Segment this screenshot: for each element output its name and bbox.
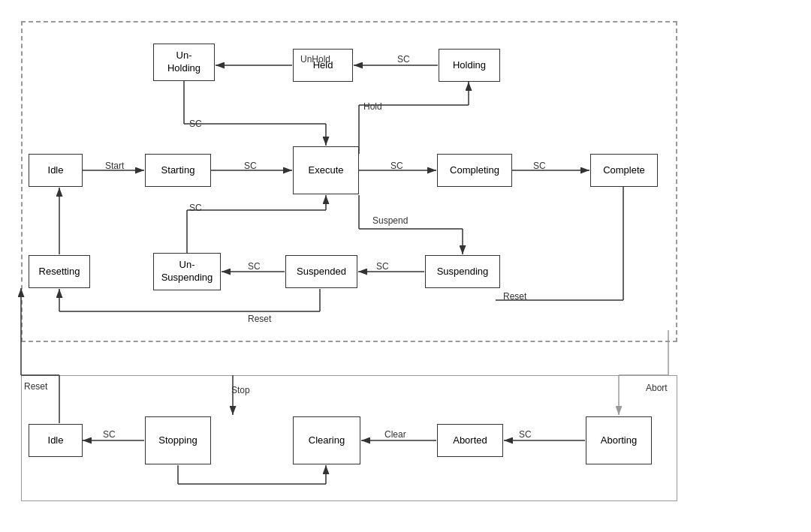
label-hold: Hold [363,101,382,112]
label-sc-completing-complete: SC [533,161,546,171]
state-unholding: Un-Holding [153,44,215,81]
state-execute: Execute [293,146,359,194]
label-clear: Clear [384,429,406,440]
state-completing: Completing [437,154,512,187]
state-diagram: Idle Starting Execute Completing Complet… [8,8,803,524]
label-reset-suspended: Reset [248,314,271,324]
label-sc-unsuspending: SC [189,203,202,213]
label-sc-starting-execute: SC [244,161,257,171]
label-sc-aborted-aborting: SC [519,429,532,440]
label-stop: Stop [231,385,250,395]
label-unhold: UnHold [300,54,330,65]
label-sc-suspending-suspended: SC [376,261,389,272]
label-sc-unholding: SC [189,119,202,129]
state-resetting: Resetting [29,255,90,288]
state-idle-top: Idle [29,154,83,187]
label-sc-suspended-unsuspending: SC [248,261,261,272]
label-sc-holding-held: SC [397,54,410,65]
state-idle-bottom: Idle [29,424,83,457]
state-unsuspending: Un-Suspending [153,253,221,290]
state-stopping: Stopping [145,416,211,464]
label-sc-stopping-idle: SC [103,429,116,440]
state-starting: Starting [145,154,211,187]
state-clearing: Clearing [293,416,360,464]
state-aborted: Aborted [437,424,503,457]
label-reset-complete: Reset [503,291,526,302]
label-start: Start [105,161,124,171]
state-suspended: Suspended [285,255,357,288]
state-holding: Holding [439,49,500,82]
state-aborting: Aborting [586,416,652,464]
label-suspend: Suspend [372,215,408,226]
arrows-layer [8,8,803,524]
state-complete: Complete [590,154,658,187]
label-reset-bottom: Reset [24,381,47,392]
label-sc-execute-completing: SC [390,161,403,171]
state-suspending: Suspending [425,255,500,288]
label-abort: Abort [646,383,668,393]
